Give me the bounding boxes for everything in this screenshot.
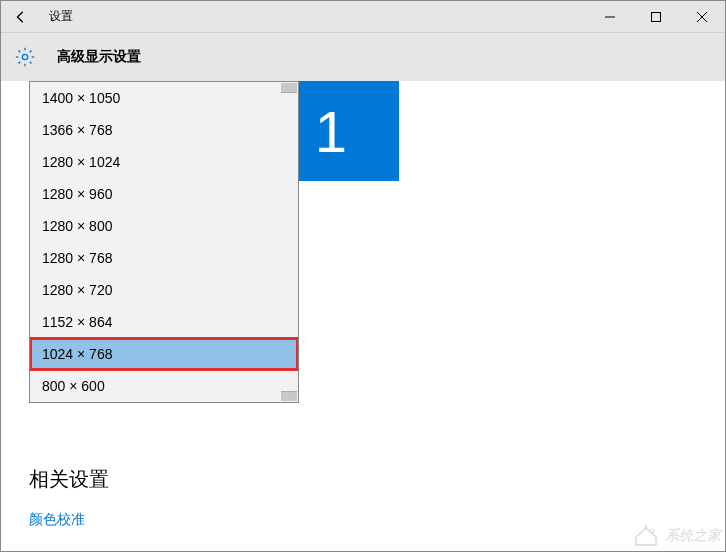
window-title: 设置	[49, 8, 73, 25]
resolution-option[interactable]: 1280 × 800	[30, 210, 298, 242]
minimize-icon	[605, 12, 615, 22]
svg-rect-1	[652, 12, 661, 21]
page-header: 高级显示设置	[1, 33, 725, 81]
content-area: 1 1400 × 10501366 × 7681280 × 10241280 ×…	[1, 81, 725, 551]
close-icon	[697, 12, 707, 22]
resolution-option[interactable]: 1280 × 720	[30, 274, 298, 306]
watermark: 系统之家	[633, 525, 721, 547]
watermark-text: 系统之家	[665, 527, 721, 545]
resolution-option[interactable]: 1280 × 1024	[30, 146, 298, 178]
close-button[interactable]	[679, 1, 725, 33]
related-settings-heading: 相关设置	[29, 466, 109, 493]
page-title: 高级显示设置	[57, 48, 141, 66]
color-calibration-link[interactable]: 颜色校准	[29, 511, 85, 529]
gear-icon	[15, 47, 35, 67]
resolution-dropdown[interactable]: 1400 × 10501366 × 7681280 × 10241280 × 9…	[29, 81, 299, 403]
resolution-option[interactable]: 1400 × 1050	[30, 82, 298, 114]
house-icon	[633, 525, 659, 547]
svg-line-8	[30, 62, 32, 64]
back-arrow-icon	[14, 10, 28, 24]
window-controls	[587, 1, 725, 33]
titlebar: 设置	[1, 1, 725, 33]
maximize-icon	[651, 12, 661, 22]
monitor-number: 1	[315, 98, 347, 165]
svg-line-9	[30, 51, 32, 53]
back-button[interactable]	[1, 1, 41, 32]
resolution-option[interactable]: 1280 × 768	[30, 242, 298, 274]
resolution-list: 1400 × 10501366 × 7681280 × 10241280 × 9…	[30, 82, 298, 402]
resolution-option[interactable]: 1280 × 960	[30, 178, 298, 210]
svg-line-10	[19, 62, 21, 64]
resolution-option[interactable]: 800 × 600	[30, 370, 298, 402]
resolution-option[interactable]: 1024 × 768	[30, 338, 298, 370]
resolution-option[interactable]: 1152 × 864	[30, 306, 298, 338]
svg-line-7	[19, 51, 21, 53]
svg-point-2	[22, 54, 27, 59]
minimize-button[interactable]	[587, 1, 633, 33]
resolution-option[interactable]: 1366 × 768	[30, 114, 298, 146]
svg-point-11	[650, 529, 654, 533]
scroll-down-button[interactable]	[281, 391, 297, 401]
maximize-button[interactable]	[633, 1, 679, 33]
